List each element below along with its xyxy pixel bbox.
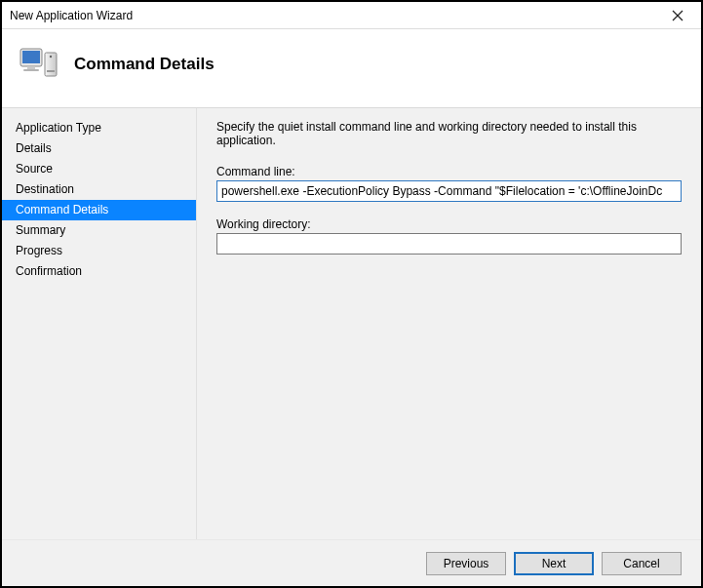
svg-point-7 [50, 56, 52, 58]
command-line-group: Command line: [216, 165, 682, 202]
previous-button[interactable]: Previous [426, 552, 506, 575]
titlebar: New Application Wizard [2, 2, 701, 29]
wizard-body: Application Type Details Source Destinat… [2, 107, 701, 539]
sidebar-item-application-type[interactable]: Application Type [2, 118, 196, 138]
window-title: New Application Wizard [10, 9, 133, 22]
page-description: Specify the quiet install command line a… [216, 120, 682, 147]
next-button[interactable]: Next [514, 552, 594, 575]
command-line-input[interactable] [216, 180, 682, 202]
svg-rect-3 [22, 51, 40, 63]
working-directory-group: Working directory: [216, 217, 682, 255]
working-directory-label: Working directory: [216, 217, 682, 231]
wizard-footer: Previous Next Cancel [2, 539, 701, 586]
svg-rect-5 [23, 69, 39, 71]
cancel-button[interactable]: Cancel [602, 552, 682, 575]
computer-icon [18, 43, 60, 86]
wizard-header: Command Details [2, 29, 701, 107]
sidebar-item-details[interactable]: Details [2, 138, 196, 159]
command-line-label: Command line: [216, 165, 682, 178]
close-button[interactable] [660, 2, 695, 28]
sidebar-item-summary[interactable]: Summary [2, 220, 196, 241]
wizard-sidebar: Application Type Details Source Destinat… [2, 108, 197, 539]
page-title: Command Details [74, 55, 215, 74]
close-icon [672, 10, 683, 21]
wizard-window: New Application Wizard Command Details A… [0, 0, 703, 588]
sidebar-item-confirmation[interactable]: Confirmation [2, 261, 196, 282]
svg-rect-8 [47, 70, 55, 72]
svg-rect-4 [27, 66, 35, 69]
sidebar-item-destination[interactable]: Destination [2, 179, 196, 200]
sidebar-item-progress[interactable]: Progress [2, 241, 196, 261]
wizard-main: Specify the quiet install command line a… [197, 108, 701, 539]
working-directory-input[interactable] [216, 233, 682, 255]
sidebar-item-command-details[interactable]: Command Details [2, 200, 196, 220]
sidebar-item-source[interactable]: Source [2, 159, 196, 179]
